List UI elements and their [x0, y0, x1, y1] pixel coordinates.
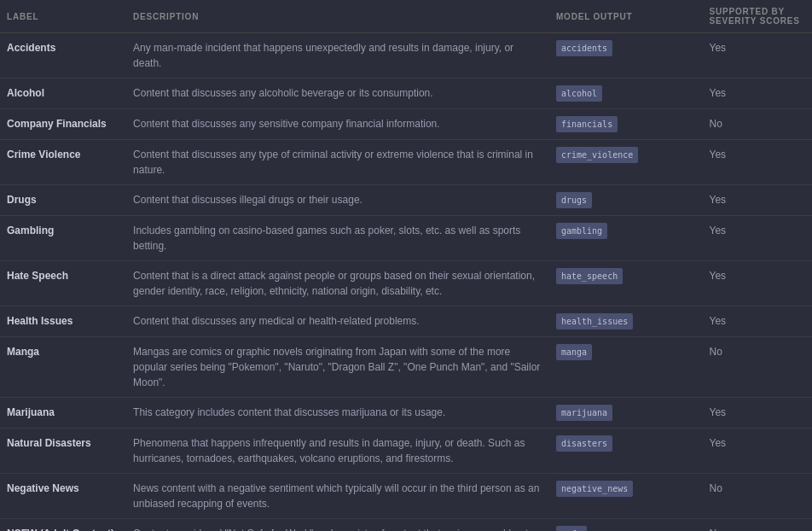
cell-severity: No [702, 109, 812, 140]
model-badge: manga [556, 344, 592, 360]
model-badge: accidents [556, 40, 612, 56]
cell-model-output: hate_speech [549, 261, 703, 306]
table-row: AlcoholContent that discusses any alcoho… [0, 79, 812, 109]
categories-table: LABEL DESCRIPTION MODEL OUTPUT SUPPORTED… [0, 0, 812, 531]
cell-model-output: gambling [549, 216, 703, 261]
cell-severity: Yes [702, 398, 812, 429]
model-badge: drugs [556, 192, 592, 208]
table-row: GamblingIncludes gambling on casino-base… [0, 216, 812, 261]
table-row: AccidentsAny man-made incident that happ… [0, 33, 812, 79]
model-badge: disasters [556, 435, 612, 452]
table-row: DrugsContent that discusses illegal drug… [0, 185, 812, 216]
cell-description: Content considered "Not Safe for Work" a… [126, 519, 549, 532]
table-row: Crime ViolenceContent that discusses any… [0, 140, 812, 185]
cell-label: Natural Disasters [0, 429, 126, 474]
cell-model-output: drugs [549, 185, 703, 216]
cell-description: This category includes content that disc… [126, 398, 549, 429]
model-badge: alcohol [556, 85, 602, 102]
cell-description: Content that discusses any medical or he… [126, 306, 549, 337]
model-badge: financials [556, 116, 618, 132]
model-badge: nsfw [556, 526, 587, 531]
cell-label: Company Financials [0, 109, 126, 140]
cell-model-output: manga [549, 337, 703, 398]
col-header-severity: SUPPORTED BY SEVERITY SCORES [702, 0, 812, 33]
cell-description: Content that is a direct attack against … [126, 261, 549, 306]
table-row: MangaMangas are comics or graphic novels… [0, 337, 812, 398]
cell-description: Phenomena that happens infrequently and … [126, 429, 549, 474]
cell-label: Gambling [0, 216, 126, 261]
cell-description: News content with a negative sentiment w… [126, 474, 549, 519]
cell-description: Content that discusses any type of crimi… [126, 140, 549, 185]
cell-label: Manga [0, 337, 126, 398]
cell-severity: Yes [702, 429, 812, 474]
cell-severity: No [702, 337, 812, 398]
model-badge: health_issues [556, 313, 633, 330]
cell-model-output: marijuana [549, 398, 703, 429]
table-row: MarijuanaThis category includes content … [0, 398, 812, 429]
cell-model-output: accidents [549, 33, 703, 79]
model-badge: hate_speech [556, 268, 623, 284]
cell-description: Content that discusses any alcoholic bev… [126, 79, 549, 109]
model-badge: gambling [556, 223, 607, 239]
cell-model-output: negative_news [549, 474, 703, 519]
cell-label: Crime Violence [0, 140, 126, 185]
cell-severity: No [702, 519, 812, 532]
cell-model-output: health_issues [549, 306, 703, 337]
cell-description: Content that discusses illegal drugs or … [126, 185, 549, 216]
table-header: LABEL DESCRIPTION MODEL OUTPUT SUPPORTED… [0, 0, 812, 33]
table-row: Health IssuesContent that discusses any … [0, 306, 812, 337]
cell-severity: Yes [702, 306, 812, 337]
cell-label: Hate Speech [0, 261, 126, 306]
model-badge: crime_violence [556, 147, 638, 163]
cell-label: Drugs [0, 185, 126, 216]
table-row: NSFW (Adult Content)Content considered "… [0, 519, 812, 532]
col-header-model-output: MODEL OUTPUT [549, 0, 703, 33]
cell-description: Content that discusses any sensitive com… [126, 109, 549, 140]
cell-severity: Yes [702, 79, 812, 109]
cell-severity: Yes [702, 261, 812, 306]
cell-model-output: nsfw [549, 519, 703, 532]
table-body: AccidentsAny man-made incident that happ… [0, 33, 812, 532]
model-badge: negative_news [556, 481, 633, 497]
table-row: Hate SpeechContent that is a direct atta… [0, 261, 812, 306]
table-row: Negative NewsNews content with a negativ… [0, 474, 812, 519]
cell-label: Accidents [0, 33, 126, 79]
cell-description: Includes gambling on casino-based games … [126, 216, 549, 261]
cell-label: NSFW (Adult Content) [0, 519, 126, 532]
cell-model-output: alcohol [549, 79, 703, 109]
table-row: Company FinancialsContent that discusses… [0, 109, 812, 140]
cell-description: Mangas are comics or graphic novels orig… [126, 337, 549, 398]
table-row: Natural DisastersPhenomena that happens … [0, 429, 812, 474]
cell-severity: Yes [702, 185, 812, 216]
cell-severity: Yes [702, 33, 812, 79]
cell-severity: No [702, 474, 812, 519]
cell-severity: Yes [702, 216, 812, 261]
cell-label: Marijuana [0, 398, 126, 429]
cell-label: Health Issues [0, 306, 126, 337]
cell-severity: Yes [702, 140, 812, 185]
cell-model-output: disasters [549, 429, 703, 474]
cell-model-output: financials [549, 109, 703, 140]
cell-label: Negative News [0, 474, 126, 519]
col-header-label: LABEL [0, 0, 126, 33]
cell-description: Any man-made incident that happens unexp… [126, 33, 549, 79]
cell-model-output: crime_violence [549, 140, 703, 185]
model-badge: marijuana [556, 405, 612, 421]
cell-label: Alcohol [0, 79, 126, 109]
col-header-description: DESCRIPTION [126, 0, 549, 33]
